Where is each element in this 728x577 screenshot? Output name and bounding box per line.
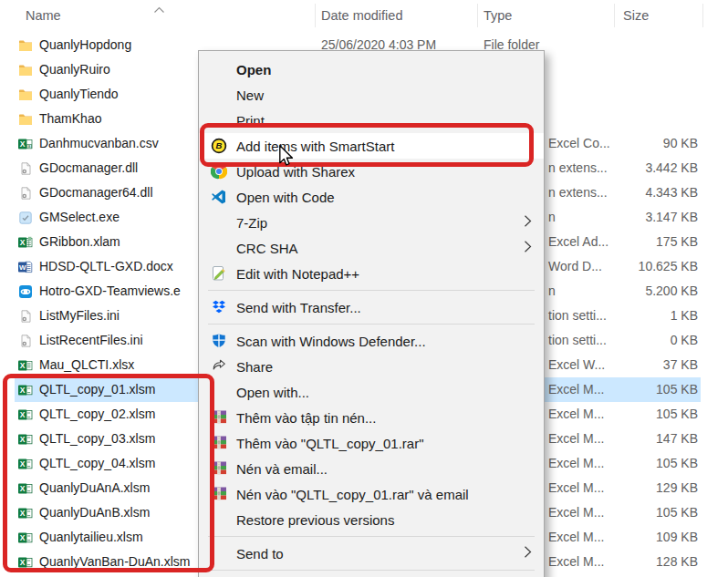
file-size: 105 KB — [579, 451, 698, 476]
menu-separator — [208, 536, 535, 537]
menu-item-upload-with-sharex[interactable]: Upload with Sharex — [199, 159, 544, 184]
menu-separator — [208, 324, 535, 325]
menu-item-scan-with-windows-defender[interactable]: Scan with Windows Defender... — [199, 328, 544, 354]
file-size: 147 KB — [579, 427, 698, 451]
menu-item-open-with[interactable]: Open with... — [199, 379, 544, 405]
svg-text:X: X — [20, 139, 26, 149]
file-size: 0 KB — [579, 328, 698, 353]
menu-item-7-zip[interactable]: 7-Zip — [199, 210, 544, 235]
menu-item-label: New — [236, 88, 264, 103]
file-name: QLTL_copy_02.xlsm — [39, 402, 155, 427]
menu-item-label: Print — [236, 113, 265, 129]
menu-item-label: Edit with Notepad++ — [236, 266, 359, 282]
file-type: n — [548, 205, 556, 230]
svg-text:X: X — [20, 533, 26, 542]
file-size: 105 KB — [579, 402, 698, 427]
share-icon — [211, 358, 227, 375]
menu-item-label: CRC SHA — [236, 241, 298, 256]
menu-item-open-with-code[interactable]: Open with Code — [199, 184, 544, 210]
menu-item-n-n-v-email[interactable]: Nén và email... — [199, 456, 544, 481]
file-size: 109 KB — [579, 525, 698, 550]
file-size: 5.200 KB — [579, 279, 698, 304]
svg-text:X: X — [20, 435, 26, 444]
excel-macro-icon: X — [18, 506, 33, 520]
menu-item-send-to[interactable]: Send to — [199, 541, 544, 566]
winrar-icon — [211, 435, 227, 451]
menu-item-label: Thêm vào "QLTL_copy_01.rar" — [236, 436, 423, 451]
folder-icon — [18, 63, 33, 77]
winrar-icon — [211, 486, 227, 502]
folder-icon — [18, 112, 33, 127]
file-size: 105 KB — [579, 377, 698, 402]
file-name: ThamKhao — [39, 107, 101, 131]
file-name: Quanlytailieu.xlsm — [39, 525, 143, 550]
menu-item-label: Send with Transfer... — [236, 300, 361, 315]
file-type: n — [548, 279, 556, 304]
menu-item-restore-previous-versions[interactable]: Restore previous versions — [199, 507, 544, 532]
file-name: GMSelect.exe — [39, 205, 120, 230]
menu-item-label: Restore previous versions — [236, 512, 394, 528]
submenu-arrow-icon — [524, 214, 532, 231]
file-name: GDocmanager.dll — [39, 156, 138, 180]
file-name: QuanlyDuAnB.xlsm — [39, 500, 150, 525]
word-icon: W — [18, 260, 33, 274]
file-explorer-window: Name Date modified Type Size QuanlyHopdo… — [0, 0, 728, 577]
menu-item-edit-with-notepad[interactable]: Edit with Notepad++ — [199, 261, 544, 286]
menu-item-add-items-with-smartstart[interactable]: BAdd items with SmartStart — [199, 133, 544, 159]
file-size: 128 KB — [579, 550, 698, 574]
ini-icon — [18, 334, 33, 348]
winrar-icon — [211, 460, 227, 477]
menu-item-label: Scan with Windows Defender... — [236, 334, 426, 349]
menu-item-label: Share — [236, 359, 273, 375]
file-name: QuanlyRuiro — [39, 57, 110, 82]
exe-icon — [18, 211, 33, 225]
menu-item-n-n-v-o-qltl-copy-01-rar-v-email[interactable]: Nén vào "QLTL_copy_01.rar" và email — [199, 481, 544, 507]
ini-icon — [18, 309, 33, 324]
svg-text:X: X — [20, 558, 26, 567]
menu-item-crc-sha[interactable]: CRC SHA — [199, 235, 544, 261]
folder-icon — [18, 38, 33, 53]
file-name: QuanlyHopdong — [39, 33, 131, 57]
file-size: 175 KB — [579, 230, 698, 254]
context-menu: OpenNewPrintBAdd items with SmartStartUp… — [198, 50, 545, 577]
teamviewer-icon — [18, 284, 33, 299]
menu-item-label: 7-Zip — [236, 215, 267, 231]
folder-icon — [18, 88, 33, 102]
file-name: QuanlyTiendo — [39, 82, 119, 107]
excel-macro-icon: X — [18, 383, 33, 397]
menu-item-label: Open — [236, 62, 271, 77]
svg-text:X: X — [20, 509, 26, 518]
winrar-icon — [211, 409, 227, 426]
dropbox-icon — [211, 299, 227, 315]
file-name: ListMyFiles.ini — [39, 304, 120, 328]
menu-item-label: Send to — [236, 546, 284, 562]
menu-item-th-m-v-o-qltl-copy-01-rar[interactable]: Thêm vào "QLTL_copy_01.rar" — [199, 430, 544, 456]
dll-icon — [18, 186, 33, 201]
excel-macro-icon: X — [18, 407, 33, 422]
file-size: 1 KB — [579, 304, 698, 328]
menu-item-th-m-v-o-t-p-tin-n-n[interactable]: Thêm vào tập tin nén... — [199, 405, 544, 430]
file-size: 129 KB — [579, 476, 698, 500]
excel-csv-icon: aX — [18, 137, 33, 151]
svg-text:X: X — [20, 410, 26, 419]
svg-text:W: W — [19, 263, 26, 272]
file-size: 4.343 KB — [579, 180, 698, 205]
menu-item-label: Nén và email... — [236, 461, 328, 477]
excel-macro-icon: X — [18, 432, 33, 447]
menu-item-new[interactable]: New — [199, 82, 544, 108]
menu-item-print[interactable]: Print — [199, 108, 544, 133]
menu-item-label: Thêm vào tập tin nén... — [236, 410, 376, 426]
menu-item-open[interactable]: Open — [199, 57, 544, 82]
excel-icon: X — [18, 358, 33, 373]
menu-item-label: Upload with Sharex — [236, 164, 355, 180]
excel-macro-icon: X — [18, 555, 33, 570]
menu-item-label: Nén vào "QLTL_copy_01.rar" và email — [236, 487, 469, 502]
file-size: 3.442 KB — [579, 156, 698, 180]
excel-macro-icon: X — [18, 531, 33, 545]
file-name: QLTL_copy_01.xlsm — [39, 377, 155, 402]
file-name: Hotro-GXD-Teamviews.e — [39, 279, 181, 304]
svg-text:X: X — [20, 386, 26, 395]
file-name: Danhmucvanban.csv — [39, 131, 159, 156]
menu-item-share[interactable]: Share — [199, 354, 544, 379]
menu-item-send-with-transfer[interactable]: Send with Transfer... — [199, 294, 544, 320]
